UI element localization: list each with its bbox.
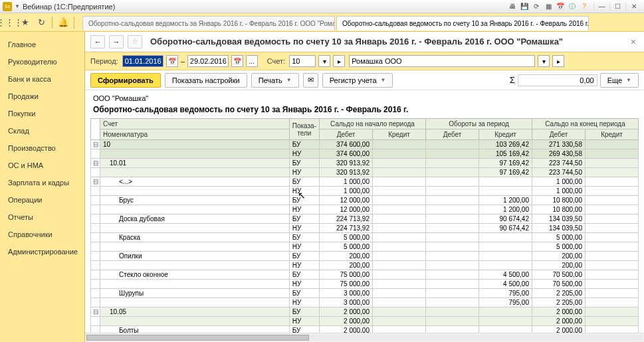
- star-icon[interactable]: ★: [20, 17, 31, 28]
- table-row[interactable]: БрусБУ12 000,001 200,0010 800,00: [91, 196, 639, 205]
- table-row[interactable]: НУ12 000,001 200,0010 800,00: [91, 205, 639, 214]
- sidebar-item-payroll[interactable]: Зарплата и кадры: [0, 174, 84, 191]
- sidebar-item-bank[interactable]: Банк и касса: [0, 70, 84, 88]
- show-settings-button[interactable]: Показать настройки: [165, 73, 247, 88]
- info-icon[interactable]: ⓘ: [567, 2, 578, 11]
- expand-toggle-icon[interactable]: ⊟: [91, 159, 100, 168]
- print-button[interactable]: Печать▼: [251, 73, 299, 88]
- tab-osv-account[interactable]: Оборотно-сальдовая ведомость по счету 10…: [336, 16, 589, 31]
- register-button[interactable]: Регистр учета▼: [322, 73, 393, 88]
- more-button[interactable]: Еще▼: [600, 73, 639, 88]
- nav-back-button[interactable]: ←: [90, 35, 105, 48]
- form-button[interactable]: Сформировать: [90, 73, 161, 88]
- account-input[interactable]: [289, 55, 316, 67]
- table-row[interactable]: ⊟10.01БУ320 913,9297 169,42223 744,50: [91, 159, 639, 168]
- cell-start-credit: [373, 140, 426, 149]
- table-row[interactable]: ⊟<...>БУ1 000,001 000,00: [91, 177, 639, 187]
- table-row[interactable]: НУ320 913,9297 169,42223 744,50: [91, 168, 639, 177]
- save-icon[interactable]: 💾: [519, 2, 530, 11]
- cell-indicator: БУ: [289, 233, 319, 242]
- history-icon[interactable]: ↻: [36, 17, 47, 28]
- cell-turn-debit: [426, 159, 479, 168]
- cell-start-credit: [373, 326, 426, 333]
- account-select-icon[interactable]: ▸: [333, 55, 345, 67]
- expand-toggle-icon[interactable]: ⊟: [91, 307, 100, 317]
- table-row[interactable]: НУ200,00200,00: [91, 261, 639, 270]
- date-to-picker-icon[interactable]: 📅: [231, 55, 243, 67]
- refresh-icon[interactable]: ⟳: [531, 2, 542, 11]
- table-row[interactable]: НУ2 000,002 000,00: [91, 317, 639, 326]
- sidebar-item-main[interactable]: Главное: [0, 36, 84, 53]
- table-row[interactable]: НУ374 600,00105 169,42269 430,58: [91, 149, 639, 159]
- cell-start-debit: 5 000,00: [320, 233, 373, 242]
- table-row[interactable]: КраскаБУ5 000,005 000,00: [91, 233, 639, 242]
- table-row[interactable]: Стекло оконноеБУ75 000,004 500,0070 500,…: [91, 270, 639, 280]
- org-input[interactable]: [349, 55, 535, 67]
- date-to-input[interactable]: [187, 55, 229, 67]
- bell-icon[interactable]: 🔔: [58, 17, 68, 28]
- date-from-picker-icon[interactable]: 📅: [166, 55, 178, 67]
- sidebar-item-purchases[interactable]: Покупки: [0, 105, 84, 122]
- calendar-icon[interactable]: 📅: [555, 2, 566, 11]
- table-row[interactable]: НУ3 000,00795,002 205,00: [91, 298, 639, 307]
- cell-end-credit: [586, 252, 639, 261]
- sidebar-item-catalogs[interactable]: Справочники: [0, 226, 84, 243]
- org-dropdown-icon[interactable]: ▾: [538, 55, 550, 67]
- table-row[interactable]: НУ75 000,004 500,0070 500,00: [91, 280, 639, 289]
- cell-end-credit: [586, 317, 639, 326]
- cell-end-credit: [586, 280, 639, 289]
- table-row[interactable]: ⊟10.05БУ2 000,002 000,00: [91, 307, 639, 317]
- col-account: Счет: [100, 119, 290, 129]
- table-row[interactable]: ⊟10БУ374 600,00103 269,42271 330,58: [91, 140, 639, 149]
- cell-name: [100, 242, 290, 252]
- sidebar-item-warehouse[interactable]: Склад: [0, 122, 84, 139]
- sidebar-item-reports[interactable]: Отчеты: [0, 209, 84, 226]
- table-row[interactable]: НУ224 713,9290 674,42134 039,50: [91, 224, 639, 233]
- window-dropdown-icon[interactable]: ▼: [15, 3, 20, 9]
- content-close-icon[interactable]: ×: [628, 37, 639, 47]
- expand-toggle-icon: [91, 233, 100, 242]
- cell-start-debit: 1 000,00: [320, 187, 373, 196]
- horizontal-scrollbar[interactable]: [85, 333, 644, 342]
- tab-osv[interactable]: Оборотно-сальдовая ведомость за Январь 2…: [82, 16, 335, 31]
- help-icon[interactable]: ?: [579, 2, 590, 11]
- close-button[interactable]: ✕: [625, 2, 641, 11]
- sidebar-item-sales[interactable]: Продажи: [0, 88, 84, 105]
- sidebar-item-assets[interactable]: ОС и НМА: [0, 157, 84, 174]
- table-row[interactable]: Доска дубоваяБУ224 713,9290 674,42134 03…: [91, 214, 639, 224]
- cell-end-debit: 2 205,00: [532, 289, 586, 298]
- calc-icon[interactable]: ▦: [543, 2, 554, 11]
- email-button[interactable]: ✉: [303, 73, 318, 88]
- nav-fwd-button[interactable]: →: [109, 35, 124, 48]
- table-row[interactable]: НУ5 000,005 000,00: [91, 242, 639, 252]
- cell-start-credit: [373, 242, 426, 252]
- cell-turn-credit: [479, 317, 532, 326]
- sidebar-item-operations[interactable]: Операции: [0, 191, 84, 209]
- table-row[interactable]: ОпилкиБУ200,00200,00: [91, 252, 639, 261]
- cell-end-debit: 223 744,50: [532, 159, 586, 168]
- minimize-button[interactable]: —: [593, 2, 609, 11]
- cell-turn-debit: [426, 177, 479, 187]
- table-row[interactable]: НУ1 000,001 000,00: [91, 187, 639, 196]
- account-dropdown-icon[interactable]: ▾: [318, 55, 330, 67]
- sidebar-item-admin[interactable]: Администрирование: [0, 243, 84, 260]
- sidebar-item-production[interactable]: Производство: [0, 139, 84, 157]
- cell-start-credit: [373, 307, 426, 317]
- cell-end-credit: [586, 326, 639, 333]
- sidebar-item-manager[interactable]: Руководителю: [0, 53, 84, 70]
- table-row[interactable]: БолтыБУ2 000,002 000,00: [91, 326, 639, 333]
- print-icon[interactable]: 🖶: [507, 2, 518, 11]
- expand-toggle-icon[interactable]: ⊟: [91, 140, 100, 149]
- menu-icon[interactable]: ⋮⋮⋮: [4, 17, 15, 28]
- cell-end-credit: [586, 177, 639, 187]
- table-row[interactable]: ШурупыБУ3 000,00795,002 205,00: [91, 289, 639, 298]
- cell-indicator: БУ: [289, 140, 319, 149]
- cell-end-credit: [586, 214, 639, 224]
- date-from-input[interactable]: [122, 55, 163, 67]
- expand-toggle-icon[interactable]: ⊟: [91, 177, 100, 187]
- nav-fav-button[interactable]: ☆: [128, 35, 142, 48]
- period-choose-button[interactable]: ...: [246, 55, 258, 67]
- report-area[interactable]: ↖ ООО "Ромашка" Оборотно-сальдовая ведом…: [85, 90, 644, 333]
- maximize-button[interactable]: ☐: [609, 2, 625, 11]
- org-select-icon[interactable]: ▸: [552, 55, 564, 67]
